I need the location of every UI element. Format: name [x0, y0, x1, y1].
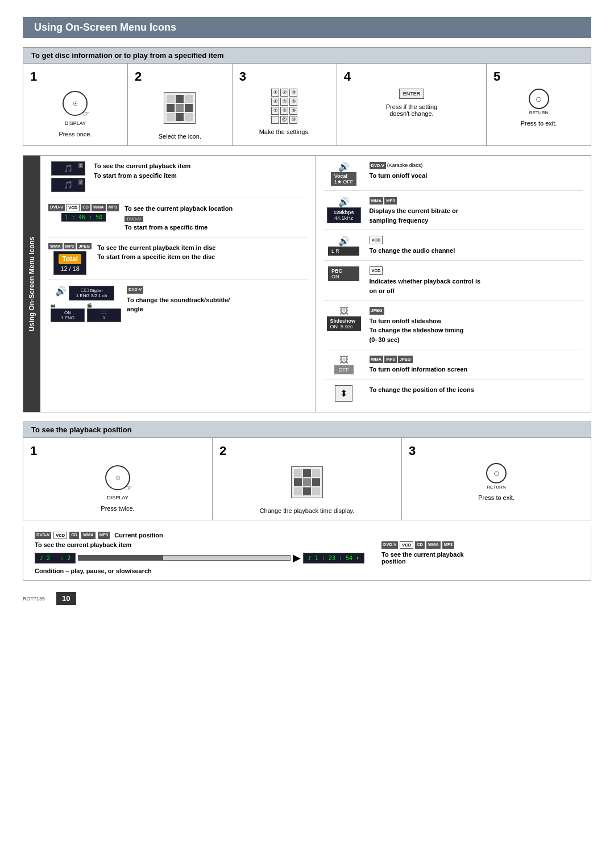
sidebar-label: Using On-Screen Menu Icons [23, 156, 40, 412]
slideshow-screen: SlideshowON 5 sec [327, 316, 361, 331]
section2-steps-row: 1 ☉ ☞ DISPLAY Press twice. 2 [23, 438, 591, 520]
icons-section: Using On-Screen Menu Icons 🎵 2 🎵 2 To se… [23, 155, 591, 412]
vocal-icon-box: 🔊 Vocal1★ OFF [324, 161, 364, 186]
audio-channel-screen: L R [328, 247, 359, 256]
pos-bar-fill [78, 556, 163, 560]
playback-diagram: DVD-V VCD CD WMA MP3 Current position To… [23, 526, 591, 581]
pos-indicator-left: ♪ 2 ☆ 2 [35, 553, 76, 564]
sec2-step-2-desc: Change the playback time display. [219, 507, 395, 514]
position-screen: ⬍ [335, 385, 352, 402]
page-number: 10 [56, 592, 76, 605]
section1-header: To get disc information or to play from … [23, 47, 591, 64]
bitrate-screen: 128kbps44.1kHz [327, 207, 361, 223]
bitrate-icon-row: 🔊 128kbps44.1kHz WMA MP3 Displays the cu… [324, 197, 583, 230]
bitrate-speaker-icon: 🔊 [338, 197, 350, 207]
speaker-icon: 🔊 [55, 286, 67, 297]
condition-label: Condition – play, pause, or slow/search [35, 567, 364, 574]
to-see-item-label: To see the current playback item [35, 541, 364, 548]
track-screen-1: 🎵 2 [51, 161, 85, 176]
step-5-number: 5 [493, 69, 584, 84]
step-2-number: 2 [135, 69, 225, 84]
audio-channel-icon-box: 🔊 L R [324, 236, 364, 256]
step-4-icon: ENTER [344, 89, 479, 99]
step-3: 3 ①②③ ④⑤⑥ ⑦⑧⑨ ⓪⑩ Make the settings. [233, 64, 337, 145]
total-icon-desc: To see the current playback item in disc… [97, 243, 307, 262]
sec2-step-3-icon: ◯ RETURN [409, 463, 584, 490]
page-title: Using On-Screen Menu Icons [23, 17, 591, 38]
step-5-desc: Press to exit. [493, 120, 584, 127]
step-1: 1 ☉ ☞ DISPLAY Press once. [23, 64, 128, 145]
diagram-left-side: To see the current playback item ♪ 2 ☆ 2… [35, 541, 364, 574]
subtitle-screen: ON1 ENG [51, 308, 85, 322]
doc-id: ROT7135 [23, 596, 45, 602]
vocal-screen: Vocal1★ OFF [331, 172, 357, 186]
sec2-step-1-icon: ☉ ☞ DISPLAY [30, 462, 205, 500]
audio-channel-speaker-icon: 🔊 [338, 236, 350, 247]
audio-channel-desc: VCD To change the audio channel [370, 236, 583, 256]
sec2-display-icon: ☉ ☞ [105, 465, 130, 490]
info-img-icon: 🖼 [339, 355, 349, 365]
info-screen: OFF [334, 365, 354, 374]
position-bar: ♪ 2 ☆ 2 ▶ ♪ 1 : 23 : 54 ⬍ [35, 552, 364, 564]
sec2-step-1-desc: Press twice. [30, 505, 205, 512]
diagram-main-row: To see the current playback item ♪ 2 ☆ 2… [35, 541, 579, 574]
step-4: 4 ENTER Press if the settingdoesn't chan… [337, 64, 487, 145]
sec2-step-3: 3 ◯ RETURN Press to exit. [402, 438, 591, 520]
bitrate-icon-desc: WMA MP3 Displays the current bitrate ors… [370, 197, 583, 225]
display-label: DISPLAY [65, 120, 86, 126]
step-2-icon [164, 92, 196, 124]
icons-right: 🔊 Vocal1★ OFF DVD-V (Karaoke discs) To t… [316, 156, 591, 412]
position-icon-box: ⬍ [324, 385, 364, 402]
slideshow-icon-desc: JPEG To turn on/off slideshow To change … [370, 306, 583, 344]
step-3-number: 3 [239, 69, 330, 84]
page-footer: ROT7135 10 [23, 592, 591, 605]
digital-screen: ☐☐ Digital1 ENG 3/2.1 ch [69, 286, 114, 301]
total-icon-box: WMA MP3 JPEG Total 12 / 18 [48, 243, 92, 275]
time-display: 1 : 46 : 50 [61, 213, 106, 222]
audio-channel-row: 🔊 L R VCD To change the audio channel [324, 236, 583, 261]
pos-bar-track [78, 555, 291, 561]
time-icon-row: DVD-V VCD CD WMA MP3 1 : 46 : 50 To see … [48, 204, 308, 237]
section1-steps-row: 1 ☉ ☞ DISPLAY Press once. 2 [23, 64, 591, 146]
audio-icon-row: 🔊 ☐☐ Digital1 ENG 3/2.1 ch 📷 ON1 ENG [48, 286, 308, 328]
vocal-icon-desc: DVD-V (Karaoke discs) To turn on/off voc… [370, 161, 583, 181]
step-1-number: 1 [30, 69, 121, 84]
position-icon-row: ⬍ To change the position of the icons [324, 385, 583, 406]
time-icon-desc: To see the current playback location DVD… [125, 204, 307, 232]
bitrate-icon-box: 🔊 128kbps44.1kHz [324, 197, 364, 224]
hand-icon: ☞ [82, 109, 90, 118]
slideshow-img-icon: 🖼 [339, 306, 349, 316]
sec2-step-3-desc: Press to exit. [409, 494, 584, 501]
angle-screen: ⛶1 [87, 308, 121, 322]
track-icon-row: 🎵 2 🎵 2 To see the current playback item… [48, 161, 308, 198]
track-screen-2: 🎵 2 [51, 178, 85, 192]
audio-icon-box: 🔊 ☐☐ Digital1 ENG 3/2.1 ch 📷 ON1 ENG [48, 286, 121, 323]
position-icon-desc: To change the position of the icons [370, 385, 583, 395]
time-icon-box: DVD-V VCD CD WMA MP3 1 : 46 : 50 [48, 204, 119, 222]
step-4-number: 4 [344, 69, 479, 84]
step-5-icon: ◯ RETURN [493, 89, 584, 115]
pbc-icon-desc: VCD Indicates whether playback control i… [370, 266, 583, 295]
sec2-hand-icon: ☞ [125, 483, 132, 493]
slideshow-icon-row: 🖼 SlideshowON 5 sec JPEG To turn on/off … [324, 306, 583, 349]
slideshow-icon-box: 🖼 SlideshowON 5 sec [324, 306, 364, 331]
to-see-position-label: To see the current playbackposition [381, 551, 579, 565]
step-2-desc: Select the icon. [135, 133, 225, 140]
vocal-icon-row: 🔊 Vocal1★ OFF DVD-V (Karaoke discs) To t… [324, 161, 583, 191]
pbc-screen: PBCON [328, 266, 359, 281]
diagram-right-side: DVD-V VCD CD WMA MP3 To see the current … [381, 541, 579, 565]
current-position-label: Current position [114, 532, 163, 539]
step-5: 5 ◯ RETURN Press to exit. [487, 64, 591, 145]
total-screen: Total 12 / 18 [53, 251, 86, 275]
step-1-desc: Press once. [30, 131, 121, 137]
pbc-icon-row: PBCON VCD Indicates whether playback con… [324, 266, 583, 301]
icons-left: 🎵 2 🎵 2 To see the current playback item… [40, 156, 316, 412]
step-3-desc: Make the settings. [239, 128, 330, 135]
right-tags: DVD-V VCD CD WMA MP3 [381, 541, 579, 549]
track-icon-desc: To see the current playback item To star… [94, 161, 308, 180]
audio-icon-desc: DVD-V To change the soundtrack/subtitle/… [127, 286, 308, 314]
step-4-desc: Press if the settingdoesn't change. [344, 103, 479, 117]
step-2: 2 Select the icon. [128, 64, 233, 145]
pbc-icon-box: PBCON [324, 266, 364, 281]
info-screen-desc: WMA MP3 JPEG To turn on/off information … [370, 355, 583, 374]
